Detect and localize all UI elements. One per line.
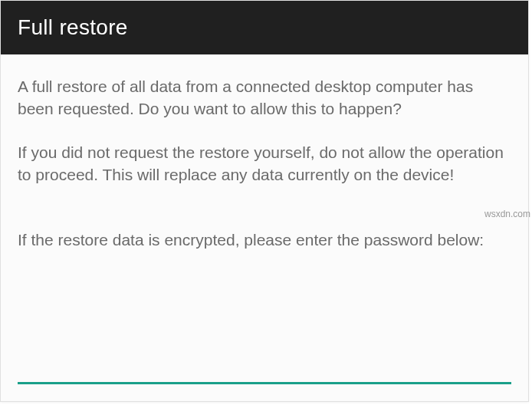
restore-description-1: A full restore of all data from a connec…	[18, 76, 511, 120]
restore-description-3: If the restore data is encrypted, please…	[18, 229, 511, 252]
dialog-header: Full restore	[1, 1, 528, 54]
dialog-content: A full restore of all data from a connec…	[1, 54, 528, 252]
dialog-title: Full restore	[18, 15, 128, 40]
source-watermark: wsxdn.com	[484, 209, 530, 219]
password-input[interactable]	[18, 355, 511, 384]
password-field-wrap	[18, 355, 511, 384]
restore-description-2: If you did not request the restore yours…	[18, 142, 511, 186]
dialog-container: Full restore A full restore of all data …	[0, 0, 529, 402]
